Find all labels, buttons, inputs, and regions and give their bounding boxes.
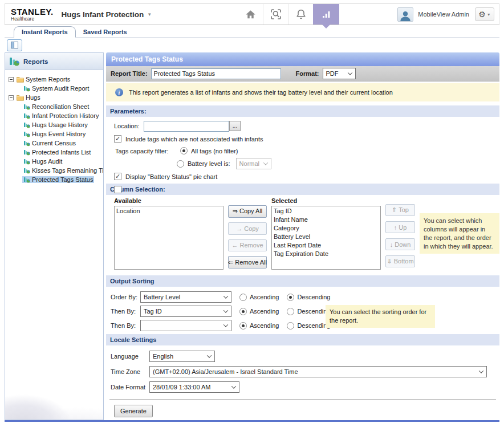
tree-item[interactable]: Hugs Usage History [9, 120, 102, 129]
then-by-select-2[interactable] [140, 320, 231, 331]
sidebar-title: Reports [23, 58, 48, 65]
tree-item-icon [23, 85, 30, 92]
move-up-button[interactable]: ↑ Up [385, 221, 415, 233]
tree-item-body[interactable]: Protected Infants List [22, 149, 92, 156]
descending-radio[interactable] [287, 294, 294, 301]
location-browse-button[interactable]: ... [229, 121, 241, 131]
collapse-sidebar-button[interactable] [7, 39, 22, 51]
copy-all-button[interactable]: ⇒ Copy All [228, 205, 267, 218]
tree-item[interactable]: Reconciliation Sheet [9, 102, 102, 111]
app-title-dropdown-icon[interactable]: ▼ [147, 12, 152, 17]
tree-item-body[interactable]: Hugs Event History [22, 131, 87, 137]
chevron-down-icon [263, 160, 268, 165]
copy-button[interactable]: → Copy [228, 222, 267, 235]
tree-item-body[interactable]: Infant Protection History [22, 112, 100, 119]
remove-button[interactable]: ← Remove [228, 239, 267, 252]
ascending-radio[interactable] [239, 308, 247, 315]
search-button[interactable] [263, 4, 288, 25]
tree-item-body[interactable]: Protected Tags Status [22, 176, 94, 183]
sort-row-2: Then By: Tag ID Ascending Descending [111, 306, 499, 317]
pie-chart-checkbox[interactable] [114, 173, 121, 180]
report-info-bar: i This report generates a list of infant… [106, 83, 499, 101]
tree-item-body[interactable]: Current Census [22, 140, 77, 147]
list-item[interactable]: Battery Level [274, 233, 379, 241]
tree-item[interactable]: Hugs [9, 93, 102, 102]
alerts-button[interactable] [288, 4, 313, 25]
user-name: MobileView Admin [418, 11, 469, 18]
descending-radio[interactable] [287, 322, 294, 330]
then-by-select-1[interactable]: Tag ID [140, 306, 231, 317]
user-avatar[interactable] [397, 7, 413, 22]
app-window: STANLEY. Healthcare Hugs Infant Protecti… [5, 3, 499, 422]
tree-item[interactable]: Hugs Audit [9, 157, 102, 166]
tree-item-body[interactable]: Kisses Tags Remaining Time [22, 167, 103, 174]
chevron-down-icon: ▼ [487, 13, 491, 17]
reports-nav-button-active[interactable] [313, 4, 339, 25]
tree-item[interactable]: Protected Infants List [9, 148, 102, 157]
ascending-label: Ascending [250, 308, 279, 315]
tree-item-icon [17, 76, 24, 83]
tree-item[interactable]: System Reports [9, 75, 102, 84]
tree-item-body[interactable]: Reconciliation Sheet [22, 103, 90, 110]
report-info-text: This report generates a list of infants … [129, 89, 393, 96]
move-top-button[interactable]: ⇑ Top [385, 204, 415, 216]
ascending-radio[interactable] [239, 294, 247, 301]
list-item[interactable]: Tag Expiration Date [274, 250, 379, 258]
battery-level-radio[interactable] [177, 160, 184, 168]
tree-item-body[interactable]: System Reports [15, 76, 71, 83]
parameters-section-header: Parameters: [106, 105, 499, 117]
list-item[interactable]: Infant Name [274, 215, 379, 224]
report-form-panel: Protected Tags Status Report Title: Form… [106, 52, 499, 420]
home-icon [245, 9, 257, 21]
collapse-node-icon[interactable] [9, 77, 14, 82]
timezone-select[interactable]: (GMT+02.00) Asia/Jerusalem - Israel Stan… [149, 366, 487, 377]
tree-item-body[interactable]: System Audit Report [22, 85, 90, 92]
generate-button[interactable]: Generate [114, 405, 153, 417]
search-icon [270, 8, 282, 21]
tree-item[interactable]: Current Census [9, 139, 102, 148]
order-by-select[interactable]: Battery Level [140, 291, 231, 303]
all-tags-radio[interactable] [180, 147, 188, 154]
tree-item[interactable]: Infant Protection History [9, 111, 102, 120]
sorting-section-header: Output Sorting [106, 275, 499, 287]
tree-item-body[interactable]: Hugs Audit [22, 158, 63, 165]
collapse-node-icon[interactable] [9, 95, 14, 100]
list-item[interactable]: Tag ID [274, 207, 379, 215]
tree-item-body[interactable]: Hugs Usage History [22, 121, 89, 128]
language-select[interactable]: English [149, 351, 215, 362]
chevron-down-icon [223, 308, 228, 312]
home-button[interactable] [238, 4, 263, 25]
move-down-button[interactable]: ↓ Down [385, 238, 415, 250]
settings-button[interactable]: ⚙ ▼ [475, 7, 494, 21]
descending-radio[interactable] [287, 308, 294, 315]
list-item[interactable]: Location [116, 207, 221, 215]
dateformat-select[interactable]: 28/01/09 1:33:00 AM [149, 381, 239, 393]
list-item[interactable]: Category [274, 224, 379, 233]
tree-item[interactable]: System Audit Report [9, 84, 102, 93]
chevron-down-icon [479, 368, 483, 373]
tab-instant-reports[interactable]: Instant Reports [14, 26, 76, 38]
tree-item[interactable]: Protected Tags Status [9, 175, 102, 184]
app-title[interactable]: Hugs Infant Protection [62, 10, 144, 19]
sorting-help-note: You can select the sorting order for the… [326, 305, 435, 328]
tree-item[interactable]: Kisses Tags Remaining Time [9, 166, 102, 175]
include-unassociated-tags-checkbox[interactable] [114, 135, 121, 143]
tree-item-label: Hugs Event History [32, 131, 86, 137]
list-item[interactable]: Last Report Date [274, 241, 379, 250]
remove-all-button[interactable]: ⇐ Remove All [228, 256, 267, 269]
tree-item[interactable]: Hugs Event History [9, 129, 102, 139]
format-select[interactable]: PDF [323, 68, 356, 79]
selected-columns-list[interactable]: Tag IDInfant NameCategoryBattery LevelLa… [271, 206, 381, 270]
location-input[interactable] [144, 121, 229, 132]
columns-section: Available Location ⇒ Copy All → Copy ← R… [106, 195, 499, 273]
report-title-input[interactable] [151, 68, 281, 79]
ascending-radio[interactable] [239, 322, 247, 330]
expired-tags-checkbox[interactable] [114, 186, 121, 193]
tab-saved-reports[interactable]: Saved Reports [76, 27, 135, 37]
tree-item-icon [23, 149, 30, 156]
bell-icon [295, 8, 307, 21]
move-bottom-button[interactable]: ⇓ Bottom [385, 255, 415, 267]
tree-item-label: Current Census [32, 140, 76, 147]
tree-item-body[interactable]: Hugs [15, 94, 42, 101]
available-columns-list[interactable]: Location [114, 206, 223, 270]
